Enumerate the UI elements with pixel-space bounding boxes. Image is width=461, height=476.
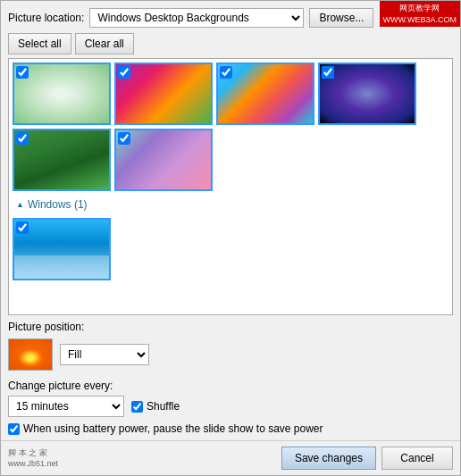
battery-row: When using battery power, pause the slid… <box>1 419 460 440</box>
thumbnail-checkbox[interactable] <box>220 66 232 79</box>
clear-all-button[interactable]: Clear all <box>75 33 134 54</box>
thumbnail-checkbox[interactable] <box>16 132 29 145</box>
picture-position-label: Picture position: <box>8 321 84 333</box>
picture-location-label: Picture location: <box>8 12 84 24</box>
windows-thumbnails-grid <box>9 214 452 284</box>
shuffle-option: Shuffle <box>131 400 180 413</box>
change-picture-label: Change picture every: <box>8 380 113 392</box>
list-item[interactable] <box>114 129 213 191</box>
list-item[interactable] <box>13 63 111 125</box>
cancel-button[interactable]: Cancel <box>381 447 453 470</box>
thumbnail-checkbox[interactable] <box>16 221 29 234</box>
list-item[interactable] <box>13 218 111 280</box>
battery-label: When using battery power, pause the slid… <box>23 422 323 435</box>
position-area: Fill Fit Stretch Tile Center <box>1 335 460 374</box>
interval-row: 15 minutes 10 seconds 30 seconds 1 minut… <box>1 394 460 419</box>
shuffle-checkbox[interactable] <box>131 401 143 413</box>
footer: 脚 本 之 家 www.Jb51.net Save changes Cancel <box>1 440 460 475</box>
browse-button[interactable]: Browse... <box>309 8 373 28</box>
picture-position-section: Picture position: <box>1 315 460 335</box>
select-all-button[interactable]: Select all <box>8 33 71 54</box>
top-watermark: 网页教学网 WWW.WEB3A.COM <box>380 1 461 27</box>
background-settings-dialog: 网页教学网 WWW.WEB3A.COM Picture location: Wi… <box>0 0 461 476</box>
picture-position-select[interactable]: Fill Fit Stretch Tile Center <box>60 344 149 365</box>
thumbnail-checkbox[interactable] <box>16 66 29 79</box>
battery-checkbox[interactable] <box>8 423 20 435</box>
list-item[interactable] <box>216 63 314 125</box>
thumbnails-area[interactable]: ▲ Windows (1) <box>8 58 453 315</box>
interval-select[interactable]: 15 minutes 10 seconds 30 seconds 1 minut… <box>8 396 124 417</box>
windows-section-header[interactable]: ▲ Windows (1) <box>9 195 452 214</box>
list-item[interactable] <box>13 129 111 191</box>
thumbnail-checkbox[interactable] <box>322 66 334 79</box>
position-preview-thumbnail <box>8 338 53 371</box>
windows-section-label: Windows (1) <box>28 198 88 211</box>
list-item[interactable] <box>114 63 213 125</box>
footer-watermark: 脚 本 之 家 www.Jb51.net <box>8 447 58 470</box>
list-item[interactable] <box>318 63 416 125</box>
picture-location-select[interactable]: Windows Desktop Backgrounds <box>89 8 304 28</box>
shuffle-label: Shuffle <box>147 400 180 413</box>
change-picture-section: Change picture every: <box>1 374 460 394</box>
thumbnail-checkbox[interactable] <box>118 132 130 145</box>
thumbnails-grid <box>9 59 452 195</box>
collapse-triangle-icon: ▲ <box>16 200 24 209</box>
select-clear-row: Select all Clear all <box>1 31 460 58</box>
save-changes-button[interactable]: Save changes <box>281 447 376 470</box>
thumbnail-checkbox[interactable] <box>118 66 130 79</box>
